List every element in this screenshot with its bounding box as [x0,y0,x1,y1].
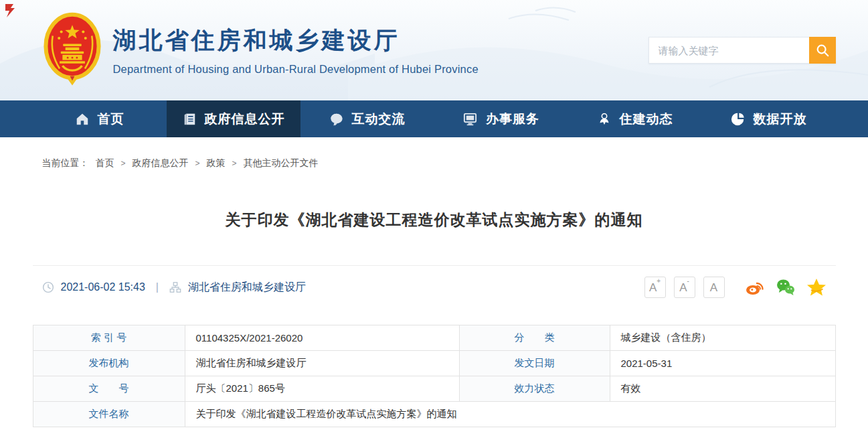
main-nav: 首页 政府信息公开 互动交流 [0,100,868,137]
home-icon [75,112,90,127]
site-header: 湖北省住房和城乡建设厅 Department of Housing and Ur… [0,0,868,100]
share-group [745,277,827,297]
info-label-category: 分 类 [460,325,610,351]
font-decrease-button[interactable]: A- [674,277,695,298]
clock-icon [42,281,54,293]
decor-red-mark [4,3,19,19]
info-label-index-number: 索 引 号 [33,325,185,351]
site-title: 湖北省住房和城乡建设厅 [113,25,479,56]
info-value-category: 城乡建设（含住房） [610,325,835,351]
nav-label: 住建动态 [620,110,673,128]
breadcrumb-prefix: 当前位置： [42,157,89,169]
font-increase-button[interactable]: A+ [644,277,666,298]
pie-chart-icon [731,112,746,127]
publish-source: 湖北省住房和城乡建设厅 [188,281,306,295]
breadcrumb-separator: > [121,159,126,168]
main-content: 当前位置： 首页 > 政府信息公开 > 政策 > 其他主动公开文件 关于印发《湖… [33,137,836,427]
breadcrumb-item-home[interactable]: 首页 [96,157,114,169]
breadcrumb-item-other-docs[interactable]: 其他主动公开文件 [244,157,319,169]
chat-bubble-icon [329,112,344,127]
info-value-validity-status: 有效 [610,376,835,402]
font-reset-button[interactable]: A [703,277,725,298]
nav-item-interaction[interactable]: 互动交流 [300,100,434,137]
nav-label: 政府信息公开 [205,110,285,128]
breadcrumb-item-policy[interactable]: 政策 [207,157,226,169]
article-meta-left: 2021-06-02 15:43 | 湖北省住房和城乡建设厅 [42,281,306,295]
article-title: 关于印发《湖北省建设工程造价改革试点实施方案》的通知 [33,210,836,230]
info-label-issuing-agency: 发布机构 [33,351,185,376]
nav-label: 办事服务 [486,110,539,128]
nav-item-info-disclosure[interactable]: 政府信息公开 [167,100,300,137]
monitor-icon [462,111,478,127]
site-title-block: 湖北省住房和城乡建设厅 Department of Housing and Ur… [113,25,479,76]
info-value-doc-title: 关于印发《湖北省建设工程造价改革试点实施方案》的通知 [185,402,835,427]
breadcrumb-separator: > [195,159,200,168]
info-value-issuing-agency: 湖北省住房和城乡建设厅 [185,351,460,376]
person-badge-icon [597,112,612,127]
nav-item-dynamics[interactable]: 住建动态 [568,100,702,137]
breadcrumb-separator: > [232,159,237,168]
nav-label: 首页 [98,110,124,128]
nav-label: 数据开放 [754,110,807,128]
info-label-doc-number: 文 号 [33,376,185,402]
nav-item-services[interactable]: 办事服务 [434,100,568,137]
site-subtitle: Department of Housing and Urban-Rural De… [113,63,479,76]
qzone-icon[interactable] [806,277,827,297]
wechat-icon[interactable] [776,277,796,297]
document-info-table: 索 引 号 01104325X/2021-26020 分 类 城乡建设（含住房）… [33,325,836,427]
info-label-issue-date: 发文日期 [460,351,610,376]
info-value-doc-number: 厅头〔2021〕865号 [185,376,460,402]
info-label-doc-title: 文件名称 [33,402,185,427]
nav-item-data-open[interactable]: 数据开放 [702,100,836,137]
breadcrumb-item-info-disclosure[interactable]: 政府信息公开 [133,157,189,169]
search-box [648,37,836,64]
article-meta-right: A+ A- A [644,277,827,298]
sitemap-icon [169,281,181,293]
search-icon [815,43,830,58]
article-meta-row: 2021-06-02 15:43 | 湖北省住房和城乡建设厅 A+ A- A [33,265,836,306]
weibo-icon[interactable] [745,277,765,297]
national-emblem-logo [44,11,101,89]
info-value-index-number: 01104325X/2021-26020 [185,325,460,351]
info-value-issue-date: 2021-05-31 [610,351,835,376]
publish-datetime: 2021-06-02 15:43 [61,281,145,293]
search-input[interactable] [648,37,809,64]
breadcrumb: 当前位置： 首页 > 政府信息公开 > 政策 > 其他主动公开文件 [33,137,836,169]
meta-separator: | [152,281,163,293]
nav-label: 互动交流 [352,110,406,128]
info-label-validity-status: 效力状态 [460,376,610,402]
nav-item-home[interactable]: 首页 [33,100,167,137]
search-button[interactable] [809,37,836,64]
document-icon [182,112,197,127]
